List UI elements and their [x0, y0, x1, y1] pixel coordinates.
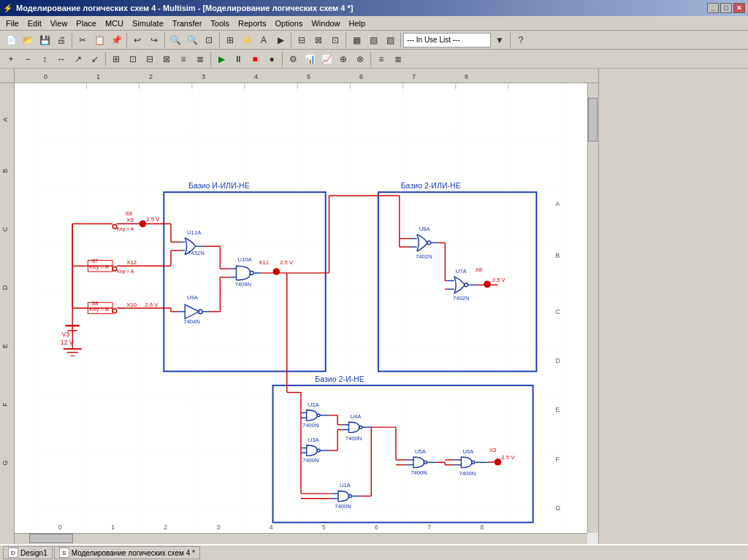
menu-options[interactable]: Options — [271, 18, 308, 29]
svg-text:Базио И-ИЛИ-НЕ: Базио И-ИЛИ-НЕ — [188, 181, 250, 190]
t2-btn13[interactable]: ⚙ — [285, 51, 301, 67]
svg-text:2: 2 — [164, 523, 167, 531]
sep3 — [164, 33, 165, 47]
t2-btn7[interactable]: ⊞ — [108, 51, 124, 67]
sep9 — [105, 52, 106, 66]
t2-btn17[interactable]: ⊗ — [352, 51, 368, 67]
svg-text:7400N: 7400N — [335, 503, 351, 510]
t2-btn5[interactable]: ↗ — [70, 51, 86, 67]
svg-text:7400N: 7400N — [346, 435, 362, 442]
menu-help[interactable]: Help — [345, 18, 370, 29]
menu-tools[interactable]: Tools — [206, 18, 234, 29]
vertical-ruler: A B C D E F G — [0, 83, 15, 544]
new-button[interactable]: 📄 — [3, 32, 19, 48]
t2-btn8[interactable]: ⊡ — [125, 51, 141, 67]
dropdown-arrow[interactable]: ▼ — [492, 32, 508, 48]
open-button[interactable]: 📂 — [20, 32, 36, 48]
sep11 — [282, 52, 283, 66]
t2-btn18[interactable]: ≡ — [373, 51, 389, 67]
svg-text:F: F — [555, 456, 559, 463]
t2-btn1[interactable]: + — [3, 51, 19, 67]
minimize-button[interactable]: _ — [707, 3, 719, 13]
print-button[interactable]: 🖨 — [53, 32, 69, 48]
t2-btn19[interactable]: ≣ — [390, 51, 406, 67]
menu-mcu[interactable]: MCU — [101, 18, 128, 29]
zoom-fit-button[interactable]: ⊡ — [201, 32, 217, 48]
copy-button[interactable]: 📋 — [91, 32, 107, 48]
maximize-button[interactable]: □ — [720, 3, 732, 13]
tools-btn5[interactable]: ▧ — [365, 32, 381, 48]
svg-text:Базио 2-И-НЕ: Базио 2-И-НЕ — [315, 375, 365, 383]
undo-button[interactable]: ↩ — [129, 32, 145, 48]
t2-btn15[interactable]: 📈 — [318, 51, 335, 67]
paste-button[interactable]: 📌 — [108, 32, 124, 48]
svg-text:6: 6 — [375, 523, 378, 531]
tools-btn4[interactable]: ▦ — [348, 32, 365, 48]
menu-file[interactable]: File — [1, 18, 23, 29]
svg-text:1: 1 — [111, 523, 115, 531]
menu-window[interactable]: Window — [307, 18, 344, 29]
t2-btn16[interactable]: ⊕ — [335, 51, 351, 67]
schematic-icon: S — [59, 548, 69, 558]
sim-play[interactable]: ▶ — [213, 51, 229, 67]
svg-text:Key = A: Key = A — [117, 269, 134, 275]
svg-text:8: 8 — [465, 73, 468, 80]
t2-btn2[interactable]: − — [20, 51, 36, 67]
horizontal-scrollbar[interactable] — [15, 533, 587, 544]
redo-button[interactable]: ↪ — [146, 32, 162, 48]
svg-text:G: G — [1, 460, 9, 465]
t2-btn10[interactable]: ⊠ — [159, 51, 175, 67]
component-button[interactable]: ⊞ — [222, 32, 238, 48]
svg-text:X9: X9 — [126, 217, 133, 223]
t2-btn6[interactable]: ↙ — [87, 51, 103, 67]
svg-text:7400N: 7400N — [302, 457, 319, 464]
menu-view[interactable]: View — [46, 18, 72, 29]
help-btn[interactable]: ? — [513, 32, 529, 48]
svg-text:7400N: 7400N — [411, 469, 427, 476]
zoom-out-button[interactable]: 🔍 — [184, 32, 200, 48]
t2-btn4[interactable]: ↔ — [53, 51, 69, 67]
tools-btn6[interactable]: ▨ — [382, 32, 398, 48]
annotate-button[interactable]: A — [256, 32, 272, 48]
menu-place[interactable]: Place — [72, 18, 101, 29]
tools-btn1[interactable]: ⊟ — [294, 32, 310, 48]
svg-text:S9: S9 — [125, 210, 131, 217]
tools-btn3[interactable]: ⊡ — [327, 32, 343, 48]
wire-button[interactable]: ⚡ — [239, 32, 255, 48]
cut-button[interactable]: ✂ — [75, 32, 91, 48]
save-button[interactable]: 💾 — [37, 32, 53, 48]
tools-btn2[interactable]: ⊠ — [310, 32, 327, 48]
inuse-dropdown[interactable]: --- In Use List --- — [403, 33, 491, 47]
vertical-scrollbar[interactable] — [587, 83, 598, 533]
run-button[interactable]: ▶ — [272, 32, 289, 48]
svg-text:U3A: U3A — [308, 437, 320, 443]
menu-edit[interactable]: Edit — [23, 18, 46, 29]
t2-btn3[interactable]: ↕ — [37, 51, 53, 67]
sim-pause[interactable]: ⏸ — [230, 51, 246, 67]
sim-stop[interactable]: ■ — [247, 51, 263, 67]
canvas-area[interactable]: 0 1 2 3 4 5 6 7 8 A B C D E F G — [0, 69, 598, 544]
svg-text:U5A: U5A — [415, 448, 427, 455]
tab-schematic[interactable]: S Моделирование логических схем 4 * — [54, 546, 200, 559]
svg-text:7400N: 7400N — [302, 422, 319, 429]
svg-text:0: 0 — [44, 73, 47, 80]
svg-text:C: C — [1, 226, 9, 231]
svg-text:12 V: 12 V — [61, 339, 74, 346]
schematic-canvas[interactable]: Базио И-ИЛИ-НЕ Базио 2-ИЛИ-НЕ Базио 2-И-… — [15, 83, 587, 533]
main-area: 0 1 2 3 4 5 6 7 8 A B C D E F G — [0, 69, 748, 544]
sim-step[interactable]: ● — [264, 51, 280, 67]
t2-btn14[interactable]: 📊 — [302, 51, 318, 67]
svg-text:C: C — [555, 308, 560, 315]
svg-text:A: A — [1, 118, 9, 122]
t2-btn11[interactable]: ≡ — [175, 51, 191, 67]
svg-text:5: 5 — [307, 73, 310, 80]
t2-btn9[interactable]: ⊟ — [142, 51, 158, 67]
menu-transfer[interactable]: Transfer — [168, 18, 207, 29]
svg-text:U7A: U7A — [456, 268, 468, 275]
tab-design1[interactable]: D Design1 — [3, 546, 53, 559]
t2-btn12[interactable]: ≣ — [192, 51, 208, 67]
close-button[interactable]: ✕ — [733, 3, 745, 13]
menu-reports[interactable]: Reports — [234, 18, 271, 29]
menu-simulate[interactable]: Simulate — [128, 18, 168, 29]
zoom-in-button[interactable]: 🔍 — [167, 32, 183, 48]
